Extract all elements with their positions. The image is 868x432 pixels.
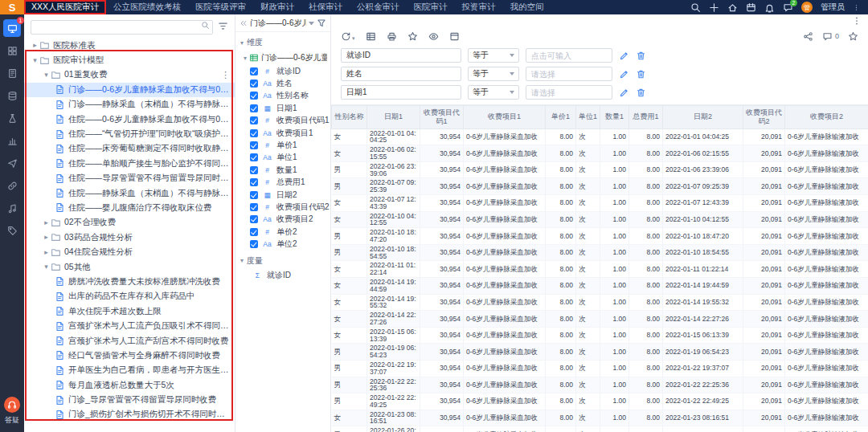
tree-item[interactable]: 开单医生为自己看病，即患者与开方医生为同一人 ⋮ (24, 363, 235, 377)
table-row[interactable]: 女2022-01-15 06:13:3930,9540-6岁儿童静脉采血加收8.… (332, 327, 868, 344)
table-row[interactable]: 男2022-01-22 19:37:0730,9540-6岁儿童静脉采血加收8.… (332, 360, 868, 377)
field-checkbox[interactable] (250, 104, 258, 112)
tree-item[interactable]: 膀胱冲洗收费量大未按标准膀胱冲洗收费 ⋮ (24, 275, 235, 289)
tree-caret-icon[interactable] (42, 234, 51, 241)
topbar-action-icon[interactable]: 2 (783, 2, 793, 13)
dataset-node[interactable]: 门诊——0-6岁儿童静脉采... (235, 51, 330, 65)
filter-field-input[interactable] (341, 67, 461, 81)
filter-value-input[interactable] (526, 85, 612, 100)
section-caret-icon[interactable] (240, 39, 244, 47)
tree-caret-icon[interactable] (42, 249, 51, 256)
rail-nav-item[interactable] (3, 199, 21, 217)
field-checkbox[interactable] (250, 79, 258, 88)
tree-item[interactable]: 住院——0-6岁儿童静脉采血加收不得与0-6岁儿童静脉输液加收项目... ⋮ (24, 112, 235, 126)
tree-item[interactable]: 01重复收费 ⋮ (24, 67, 235, 82)
table-row[interactable]: 男2022-01-10 18:47:2030,9540-6岁儿童静脉采血加收8.… (332, 228, 868, 245)
column-header[interactable]: 收费项目2 (785, 106, 868, 129)
field-item[interactable]: Aa 姓名 (235, 77, 330, 89)
app-logo[interactable]: S (0, 0, 24, 14)
filter-value-input[interactable] (526, 48, 612, 63)
tree-item[interactable]: 门诊——0-6岁儿童静脉采血加收不得与0-6岁儿童静脉输液加收项目同... ⋮ (24, 83, 235, 97)
field-checkbox[interactable] (250, 228, 258, 236)
column-header[interactable]: 性别名称 (332, 106, 367, 129)
rail-nav-item[interactable] (3, 154, 21, 172)
tree-caret-icon[interactable] (31, 42, 39, 49)
field-item[interactable]: ▦ 日期2 (235, 189, 330, 201)
field-item[interactable]: # 收费项目代码2 (235, 201, 330, 213)
field-item[interactable]: # 就诊ID (235, 65, 330, 77)
tree-item[interactable]: 医院审计模型 ⋮ (24, 53, 235, 67)
tree-item[interactable]: 住院——单胎顺产接生与胎心监护不得同时收费 ⋮ (24, 157, 235, 171)
topbar-tab[interactable]: 投资审计 (455, 0, 503, 14)
tree-item[interactable]: 门诊_导尿管置管不得留置导尿同时收费 ⋮ (24, 393, 235, 407)
rail-nav-item[interactable] (3, 109, 21, 127)
tree-item[interactable]: 住院——“气管切开护理”同时收取“吸痰护理”费用 ⋮ (24, 127, 235, 141)
field-checkbox[interactable] (250, 116, 258, 124)
tree-item[interactable]: 医院标准表 ⋮ (24, 39, 235, 53)
column-header[interactable]: 总费用1 (629, 106, 663, 129)
table-row[interactable]: 女2022-01-23 08:16:5130,9540-6岁儿童静脉采血加收8.… (332, 410, 868, 426)
topbar-tab[interactable]: 医院审计 (407, 0, 455, 14)
toolbar-icon-button[interactable] (366, 31, 376, 42)
tree-item[interactable]: 04住院合规性分析 ⋮ (24, 245, 235, 259)
more-icon[interactable]: ⋮ (221, 71, 230, 79)
column-header[interactable]: 收费项目1 (464, 106, 546, 129)
tree-item[interactable]: 经口气管插管术与全身麻醉不得同时收费 ⋮ (24, 348, 235, 363)
field-item[interactable]: Aa 收费项目1 (235, 127, 330, 139)
field-checkbox[interactable] (250, 215, 258, 223)
toolbar-icon-button[interactable] (341, 29, 355, 43)
dimensions-section-header[interactable]: 维度 (235, 32, 330, 51)
filter-value-input[interactable] (526, 67, 612, 81)
tree-item[interactable]: 单次住院手术超次数上限 ⋮ (24, 304, 235, 319)
tree-caret-icon[interactable] (42, 263, 51, 271)
tree-item[interactable]: 每月血液透析总数量大于5次 ⋮ (24, 377, 235, 392)
field-item[interactable]: Aa 单位1 (235, 152, 330, 164)
collapse-panel-icon[interactable] (240, 19, 248, 27)
field-checkbox[interactable] (250, 203, 258, 211)
tree-item[interactable]: 03药品合规性分析 ⋮ (24, 230, 235, 245)
tree-caret-icon[interactable] (31, 57, 39, 64)
avatar[interactable]: 管 (801, 2, 813, 13)
field-checkbox[interactable] (250, 191, 258, 199)
rail-nav-item[interactable] (3, 64, 21, 82)
tree-item[interactable]: 05其他 ⋮ (24, 259, 235, 274)
field-item[interactable]: # 收费项目代码1 (235, 115, 330, 127)
topbar-tab[interactable]: 社保审计 (301, 0, 350, 14)
topbar-action-icon[interactable] (746, 2, 756, 13)
tree-caret-icon[interactable] (42, 71, 51, 79)
field-item[interactable]: # 单价1 (235, 139, 330, 151)
tree-caret-icon[interactable] (42, 219, 51, 226)
topbar-tab[interactable]: 财政审计 (253, 0, 301, 14)
table-row[interactable]: 男2022-01-26 20:19:0130,9540-6岁儿童静脉采血加收8.… (332, 426, 868, 432)
field-item[interactable]: Aa 性别名称 (235, 90, 330, 102)
tree-item[interactable]: 宫颈扩张术与人工流产刮宫术不得同时收费 ⋮ (24, 333, 235, 348)
filter-field-input[interactable] (341, 48, 461, 63)
table-row[interactable]: 男2022-01-19 06:54:2330,9540-6岁儿童静脉采血加收8.… (332, 344, 868, 361)
share-icon[interactable] (803, 31, 813, 42)
tree-item[interactable]: 出库的药品不在库存和入库药品中 ⋮ (24, 289, 235, 304)
funnel-icon[interactable] (317, 18, 326, 28)
column-header[interactable]: 日期2 (663, 106, 743, 129)
table-row[interactable]: 男2022-01-22 22:49:2530,9540-6岁儿童静脉采血加收8.… (332, 393, 868, 410)
topbar-action-icon[interactable] (727, 2, 738, 13)
column-header[interactable]: 单位1 (576, 106, 600, 129)
column-header[interactable]: 单价1 (546, 106, 576, 129)
section-caret-icon[interactable] (240, 257, 244, 264)
table-row[interactable]: 女2022-01-10 04:12:5530,9540-6岁儿童静脉采血加收8.… (332, 211, 868, 228)
rail-nav-item[interactable]: 1 (3, 19, 21, 37)
rail-nav-item[interactable] (3, 222, 21, 239)
field-checkbox[interactable] (250, 166, 258, 174)
tree-item[interactable]: 02不合理收费 ⋮ (24, 215, 235, 230)
rail-nav-item[interactable] (3, 87, 21, 104)
table-row[interactable]: 女2022-01-01 04:04:2530,9540-6岁儿童静脉采血加收8.… (332, 128, 868, 145)
dataset-caret-icon[interactable] (244, 55, 247, 62)
caret-down-icon[interactable] (853, 4, 860, 11)
rail-nav-item[interactable] (3, 177, 21, 194)
toolbar-icon-button[interactable] (428, 31, 439, 42)
delete-icon[interactable] (636, 88, 646, 98)
table-row[interactable]: 女2022-01-07 12:43:3930,9540-6岁儿童静脉采血加收8.… (332, 194, 868, 211)
table-row[interactable]: 女2022-01-14 19:55:3230,9540-6岁儿童静脉采血加收8.… (332, 294, 868, 311)
field-item[interactable]: ▦ 日期1 (235, 102, 330, 114)
toolbar-icon-button[interactable] (387, 31, 397, 42)
table-row[interactable]: 女2022-01-14 22:27:2630,9540-6岁儿童静脉采血加收8.… (332, 311, 868, 328)
